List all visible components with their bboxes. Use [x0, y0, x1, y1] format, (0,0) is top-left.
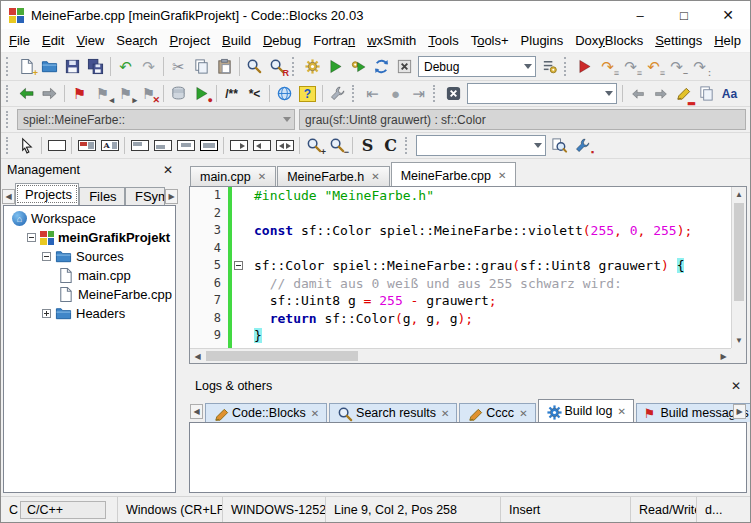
step-into-button[interactable]: ↷≡: [619, 56, 642, 78]
tree-item[interactable]: meinGrafikProjekt: [4, 228, 175, 247]
code-line[interactable]: 9}: [190, 327, 731, 345]
toolbar-grip[interactable]: [6, 137, 12, 154]
match-case-button[interactable]: Aa: [718, 83, 741, 105]
fold-icon[interactable]: [234, 261, 243, 270]
find-button[interactable]: [243, 56, 266, 78]
tree-item[interactable]: ⌂Workspace: [4, 209, 175, 228]
build-button[interactable]: [301, 56, 324, 78]
run-button[interactable]: [324, 56, 347, 78]
new-file-button[interactable]: +: [15, 56, 38, 78]
incsearch-prev-button[interactable]: [626, 83, 649, 105]
close-tab-icon[interactable]: ✕: [498, 170, 506, 181]
build-target-select[interactable]: Debug: [418, 56, 536, 77]
toolbar-grip[interactable]: [6, 85, 12, 102]
horizontal-scrollbar[interactable]: ◀ ▶: [190, 348, 731, 363]
undo-button[interactable]: ↶: [114, 56, 137, 78]
rebuild-button[interactable]: [370, 56, 393, 78]
doxyblocks-line-comment-button[interactable]: *<: [243, 83, 266, 105]
horizontal-splitter[interactable]: [189, 364, 747, 376]
scope-select[interactable]: spiel::MeineFarbe::: [17, 109, 295, 130]
jump-forward-button[interactable]: ⇥: [407, 83, 430, 105]
vertical-scrollbar-thumb[interactable]: [734, 203, 744, 301]
wx-panel-tool[interactable]: [75, 135, 98, 157]
menu-doxyblocks[interactable]: DoxyBlocks: [569, 30, 649, 51]
management-tab-fsymb[interactable]: FSymb: [125, 187, 165, 205]
debug-continue-button[interactable]: [573, 56, 596, 78]
replace-button[interactable]: R: [266, 56, 289, 78]
close-tab-icon[interactable]: ✕: [371, 171, 379, 182]
code-line[interactable]: 6 // damit aus 0 weiß und aus 255 schwar…: [190, 275, 731, 293]
wx-expand-both-tool[interactable]: [273, 135, 296, 157]
collapse-icon[interactable]: [27, 233, 36, 242]
toolbar-grip[interactable]: [564, 57, 570, 76]
close-button[interactable]: ✕: [706, 1, 750, 29]
step-into-instruction-button[interactable]: ↷:: [688, 56, 711, 78]
incsearch-input[interactable]: [467, 83, 617, 104]
scroll-up-icon[interactable]: ▲: [732, 187, 746, 202]
clear-bookmarks-button[interactable]: ⚑✕: [137, 83, 160, 105]
previous-bookmark-button[interactable]: ⚑◂: [91, 83, 114, 105]
chevron-down-icon[interactable]: [531, 143, 545, 148]
menu-tools[interactable]: Tools: [422, 30, 464, 51]
minimize-button[interactable]: –: [618, 1, 662, 29]
menu-wxsmith[interactable]: wxSmith: [361, 30, 422, 51]
close-tab-icon[interactable]: ✕: [258, 171, 266, 182]
code-line[interactable]: 8 return sf::Color(g, g, g);: [190, 310, 731, 328]
management-tab-projects[interactable]: Projects: [15, 183, 79, 205]
step-out-button[interactable]: ↶≡: [642, 56, 665, 78]
code-line[interactable]: 2: [190, 205, 731, 223]
thread-search-options-button[interactable]: ▪: [571, 135, 594, 157]
close-tab-icon[interactable]: ✕: [519, 408, 527, 419]
management-tab-files[interactable]: Files: [79, 187, 125, 205]
log-tab-cccc[interactable]: Cccc✕: [459, 403, 535, 422]
logs-close-icon[interactable]: ✕: [731, 379, 741, 393]
nav-forward-button[interactable]: [38, 83, 61, 105]
toggle-bookmark-button[interactable]: ⚑: [68, 83, 91, 105]
doxyblocks-block-comment-button[interactable]: /**: [220, 83, 243, 105]
log-tab-scroll-left-icon[interactable]: ◀: [190, 404, 203, 419]
menu-build[interactable]: Build: [216, 30, 257, 51]
toolbar-grip[interactable]: [6, 57, 12, 76]
scroll-down-icon[interactable]: ▼: [732, 333, 746, 348]
selected-scope-button[interactable]: [695, 83, 718, 105]
collapse-icon[interactable]: [42, 252, 51, 261]
log-tab-build-log[interactable]: Build log✕: [538, 399, 634, 422]
incsearch-next-button[interactable]: [649, 83, 672, 105]
log-tab-code-blocks[interactable]: Code::Blocks✕: [205, 403, 327, 422]
function-select[interactable]: grau(sf::Uint8 grauwert) : sf::Color: [299, 109, 746, 130]
tab-scroll-left-icon[interactable]: ◀: [2, 189, 15, 204]
maximize-button[interactable]: □: [662, 1, 706, 29]
toolbar-grip[interactable]: [405, 137, 411, 154]
menu-fortran[interactable]: Fortran: [307, 30, 361, 51]
editor-tab[interactable]: MeineFarbe.h✕: [277, 166, 390, 186]
code-line[interactable]: 3const sf::Color spiel::MeineFarbe::viol…: [190, 222, 731, 240]
tree-item[interactable]: main.cpp: [4, 266, 175, 285]
open-file-button[interactable]: [38, 56, 61, 78]
title-bar[interactable]: MeineFarbe.cpp [meinGrafikProjekt] - Cod…: [1, 1, 750, 29]
wx-pointer-tool[interactable]: [15, 135, 38, 157]
wx-sizer-expand-tool[interactable]: [197, 135, 220, 157]
next-instruction-button[interactable]: ↷–: [665, 56, 688, 78]
cut-button[interactable]: ✂: [167, 56, 190, 78]
management-close-icon[interactable]: ✕: [163, 163, 173, 177]
thread-search-button[interactable]: [548, 135, 571, 157]
menu-settings[interactable]: Settings: [649, 30, 708, 51]
tree-item[interactable]: MeineFarbe.cpp: [4, 285, 175, 304]
chevron-down-icon[interactable]: [521, 64, 535, 69]
close-tab-icon[interactable]: ✕: [311, 408, 319, 419]
wx-sizer-top-left-tool[interactable]: [128, 135, 151, 157]
tab-scroll-right-icon[interactable]: ▶: [165, 189, 178, 204]
wx-expand-right-tool[interactable]: [227, 135, 250, 157]
tree-item[interactable]: Headers: [4, 304, 175, 323]
wx-sizer-center-tool[interactable]: [174, 135, 197, 157]
menu-edit[interactable]: Edit: [36, 30, 70, 51]
menu-tools+[interactable]: Tools+: [465, 30, 515, 51]
jump-back-button[interactable]: ⇤: [361, 83, 384, 105]
wx-sizer-bottom-left-tool[interactable]: [151, 135, 174, 157]
save-button[interactable]: [61, 56, 84, 78]
doxyblocks-settings-button[interactable]: [326, 83, 349, 105]
close-tab-icon[interactable]: ✕: [617, 406, 625, 417]
incsearch-clear-button[interactable]: [442, 83, 465, 105]
code-line[interactable]: 4: [190, 240, 731, 258]
highlight-occurrences-button[interactable]: ▂: [672, 83, 695, 105]
